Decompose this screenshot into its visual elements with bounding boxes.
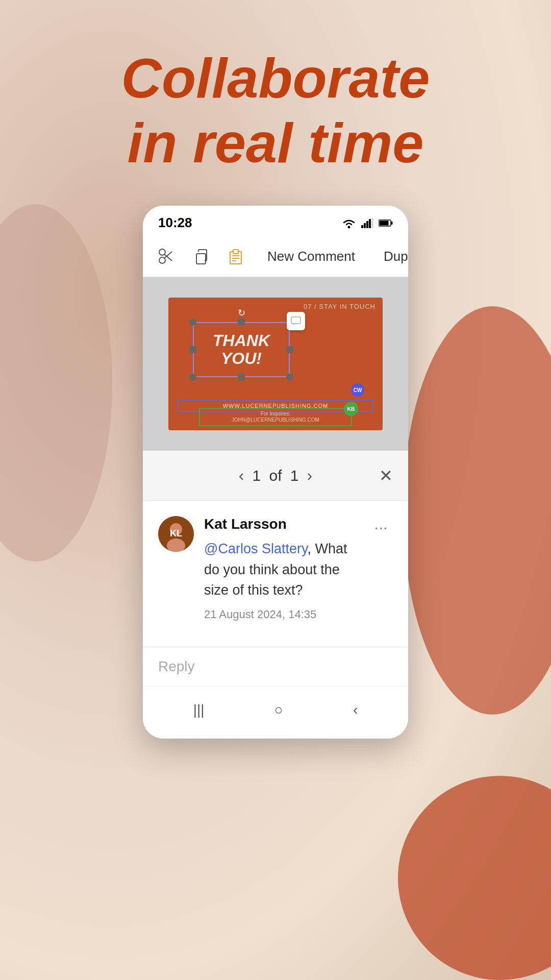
page-separator: of [269, 467, 282, 484]
copy-button[interactable] [188, 243, 214, 270]
battery-icon [379, 219, 393, 227]
cw-badge: CW [351, 383, 364, 397]
svg-rect-5 [371, 218, 373, 228]
new-comment-button[interactable]: New Comment [257, 243, 365, 270]
reply-area[interactable]: Reply [143, 647, 408, 686]
svg-rect-19 [291, 317, 300, 324]
nav-back-button[interactable]: ‹ [338, 697, 373, 723]
comment-more-button[interactable]: ··· [369, 516, 393, 539]
duplicate-button[interactable]: Duplicate [373, 243, 408, 270]
avatar-image: KL [158, 516, 194, 552]
title-line1: Collaborate [121, 46, 430, 109]
svg-rect-2 [364, 223, 366, 228]
canvas-area: 07 / STAY IN TOUCH ↻ [143, 277, 408, 451]
inquiry-box: For Inquiries: JOHN@LUCERNEPUBLISHING.CO… [199, 408, 352, 426]
reply-input[interactable]: Reply [158, 658, 393, 675]
total-pages: 1 [290, 467, 299, 484]
phone-mockup: 10:28 [143, 206, 408, 739]
hero-title: Collaborate in real time [0, 46, 551, 175]
close-button[interactable]: ✕ [379, 466, 393, 485]
toolbar: New Comment Duplicate Delete [143, 236, 408, 277]
next-page-button[interactable]: › [299, 462, 321, 489]
svg-point-0 [348, 226, 350, 228]
paste-button[interactable] [222, 243, 249, 270]
slide: 07 / STAY IN TOUCH ↻ [168, 298, 383, 430]
avatar: KL [158, 516, 194, 552]
current-page: 1 [252, 467, 261, 484]
comment-timestamp: 21 August 2024, 14:35 [204, 608, 359, 621]
hero-section: Collaborate in real time [0, 0, 551, 206]
page-indicator: 1 of 1 [252, 467, 298, 484]
nav-home-button[interactable]: ○ [259, 697, 298, 723]
svg-rect-15 [233, 250, 238, 254]
scissors-icon [158, 248, 175, 265]
back-icon: ‹ [353, 702, 358, 718]
nav-bar: ||| ○ ‹ [143, 686, 408, 739]
kb-badge: KB [344, 402, 358, 416]
comment-text: @Carlos Slattery, What do you think abou… [204, 538, 359, 601]
pagination-row: ‹ 1 of 1 › ✕ [158, 462, 393, 489]
status-time: 10:28 [158, 215, 192, 231]
comment-body: Kat Larsson @Carlos Slattery, What do yo… [204, 516, 359, 621]
svg-rect-13 [196, 254, 206, 264]
home-icon: ○ [274, 702, 283, 718]
comment-header: KL Kat Larsson @Carlos Slattery, What do… [158, 516, 393, 621]
svg-text:KL: KL [170, 528, 182, 538]
svg-rect-8 [380, 220, 389, 225]
copy-icon [192, 248, 210, 265]
cut-button[interactable] [153, 243, 180, 270]
commenter-name: Kat Larsson [204, 516, 359, 532]
wifi-icon [342, 217, 356, 229]
comment-section: KL Kat Larsson @Carlos Slattery, What do… [143, 501, 408, 647]
comment-icon [291, 316, 301, 326]
nav-menu-button[interactable]: ||| [178, 697, 220, 723]
menu-icon: ||| [193, 702, 205, 718]
comment-mention: @Carlos Slattery [204, 541, 307, 556]
title-line2: in real time [128, 111, 424, 174]
status-bar: 10:28 [143, 206, 408, 236]
pagination-bar: ‹ 1 of 1 › ✕ [143, 451, 408, 501]
thank-you-text: THANKYOU! [193, 322, 290, 377]
status-icons [342, 217, 393, 229]
inquiry-text: For Inquiries: JOHN@LUCERNEPUBLISHING.CO… [232, 411, 319, 423]
selected-element[interactable]: ↻ THANKYOU! [193, 322, 290, 377]
svg-rect-1 [361, 225, 363, 228]
svg-rect-3 [366, 221, 368, 228]
svg-rect-4 [369, 219, 371, 228]
prev-page-button[interactable]: ‹ [231, 462, 253, 489]
paste-icon [227, 248, 244, 265]
signal-icon [361, 218, 373, 228]
svg-rect-7 [391, 222, 393, 225]
slide-label: 07 / STAY IN TOUCH [304, 303, 375, 310]
rotate-handle[interactable]: ↻ [235, 307, 247, 319]
